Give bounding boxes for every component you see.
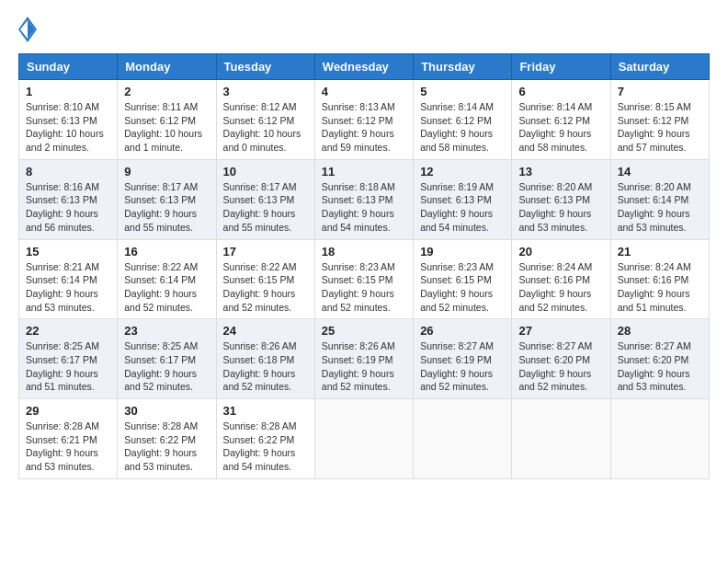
day-info: Sunrise: 8:14 AM Sunset: 6:12 PM Dayligh…	[420, 100, 505, 155]
calendar-cell: 24Sunrise: 8:26 AM Sunset: 6:18 PM Dayli…	[216, 319, 314, 399]
day-info: Sunrise: 8:27 AM Sunset: 6:19 PM Dayligh…	[420, 339, 505, 394]
day-number: 4	[322, 85, 406, 98]
calendar-cell: 9Sunrise: 8:17 AM Sunset: 6:13 PM Daylig…	[118, 159, 216, 239]
calendar-cell	[512, 399, 610, 479]
day-number: 14	[618, 165, 702, 178]
day-number: 31	[223, 404, 308, 418]
day-number: 18	[322, 245, 406, 259]
day-info: Sunrise: 8:21 AM Sunset: 6:14 PM Dayligh…	[26, 260, 110, 315]
day-info: Sunrise: 8:19 AM Sunset: 6:13 PM Dayligh…	[420, 180, 505, 235]
calendar-cell: 10Sunrise: 8:17 AM Sunset: 6:13 PM Dayli…	[216, 159, 314, 239]
day-info: Sunrise: 8:23 AM Sunset: 6:15 PM Dayligh…	[420, 260, 505, 315]
calendar-cell: 15Sunrise: 8:21 AM Sunset: 6:14 PM Dayli…	[19, 239, 118, 319]
day-info: Sunrise: 8:22 AM Sunset: 6:15 PM Dayligh…	[223, 260, 308, 315]
day-info: Sunrise: 8:13 AM Sunset: 6:12 PM Dayligh…	[322, 100, 406, 155]
calendar-cell: 27Sunrise: 8:27 AM Sunset: 6:20 PM Dayli…	[512, 319, 610, 399]
day-number: 11	[322, 165, 406, 178]
col-header-wednesday: Wednesday	[314, 54, 413, 80]
day-number: 1	[26, 85, 110, 98]
calendar-cell: 6Sunrise: 8:14 AM Sunset: 6:12 PM Daylig…	[512, 80, 610, 160]
day-info: Sunrise: 8:11 AM Sunset: 6:12 PM Dayligh…	[124, 100, 209, 155]
calendar-cell: 17Sunrise: 8:22 AM Sunset: 6:15 PM Dayli…	[216, 239, 314, 319]
day-info: Sunrise: 8:25 AM Sunset: 6:17 PM Dayligh…	[26, 339, 110, 394]
calendar-cell: 1Sunrise: 8:10 AM Sunset: 6:13 PM Daylig…	[19, 80, 118, 160]
day-number: 8	[26, 165, 110, 178]
day-info: Sunrise: 8:28 AM Sunset: 6:22 PM Dayligh…	[223, 419, 308, 474]
day-info: Sunrise: 8:26 AM Sunset: 6:19 PM Dayligh…	[322, 339, 406, 394]
col-header-sunday: Sunday	[19, 54, 118, 80]
calendar-week-row: 22Sunrise: 8:25 AM Sunset: 6:17 PM Dayli…	[19, 319, 710, 399]
day-number: 7	[618, 85, 702, 98]
day-number: 25	[322, 324, 406, 338]
day-number: 26	[420, 324, 505, 338]
day-number: 17	[223, 245, 308, 259]
calendar-week-row: 8Sunrise: 8:16 AM Sunset: 6:13 PM Daylig…	[19, 159, 710, 239]
day-info: Sunrise: 8:28 AM Sunset: 6:22 PM Dayligh…	[124, 419, 209, 474]
day-info: Sunrise: 8:18 AM Sunset: 6:13 PM Dayligh…	[322, 180, 406, 235]
day-number: 12	[420, 165, 505, 178]
day-info: Sunrise: 8:23 AM Sunset: 6:15 PM Dayligh…	[322, 260, 406, 315]
day-number: 30	[124, 404, 209, 418]
day-number: 27	[518, 324, 603, 338]
logo	[18, 18, 40, 44]
day-info: Sunrise: 8:22 AM Sunset: 6:14 PM Dayligh…	[124, 260, 209, 315]
calendar-cell	[610, 399, 709, 479]
day-number: 23	[124, 324, 209, 338]
calendar-week-row: 15Sunrise: 8:21 AM Sunset: 6:14 PM Dayli…	[19, 239, 710, 319]
day-info: Sunrise: 8:26 AM Sunset: 6:18 PM Dayligh…	[223, 339, 308, 394]
calendar-cell	[414, 399, 512, 479]
calendar-cell: 16Sunrise: 8:22 AM Sunset: 6:14 PM Dayli…	[118, 239, 216, 319]
calendar-cell: 8Sunrise: 8:16 AM Sunset: 6:13 PM Daylig…	[19, 159, 118, 239]
day-number: 6	[518, 85, 603, 98]
day-info: Sunrise: 8:25 AM Sunset: 6:17 PM Dayligh…	[124, 339, 209, 394]
col-header-thursday: Thursday	[414, 54, 512, 80]
day-number: 10	[223, 165, 308, 178]
calendar-header-row: SundayMondayTuesdayWednesdayThursdayFrid…	[19, 54, 710, 80]
day-number: 29	[26, 404, 110, 418]
day-number: 20	[518, 245, 603, 259]
day-number: 9	[124, 165, 209, 178]
calendar-cell: 29Sunrise: 8:28 AM Sunset: 6:21 PM Dayli…	[19, 399, 118, 479]
calendar-cell	[314, 399, 413, 479]
calendar-cell: 30Sunrise: 8:28 AM Sunset: 6:22 PM Dayli…	[118, 399, 216, 479]
day-number: 28	[618, 324, 702, 338]
col-header-tuesday: Tuesday	[216, 54, 314, 80]
day-number: 13	[518, 165, 603, 178]
calendar-cell: 28Sunrise: 8:27 AM Sunset: 6:20 PM Dayli…	[610, 319, 709, 399]
calendar-cell: 11Sunrise: 8:18 AM Sunset: 6:13 PM Dayli…	[314, 159, 413, 239]
day-number: 3	[223, 85, 308, 98]
calendar-cell: 3Sunrise: 8:12 AM Sunset: 6:12 PM Daylig…	[216, 80, 314, 160]
day-info: Sunrise: 8:12 AM Sunset: 6:12 PM Dayligh…	[223, 100, 308, 155]
day-info: Sunrise: 8:27 AM Sunset: 6:20 PM Dayligh…	[518, 339, 603, 394]
col-header-monday: Monday	[118, 54, 216, 80]
day-info: Sunrise: 8:24 AM Sunset: 6:16 PM Dayligh…	[518, 260, 603, 315]
day-number: 5	[420, 85, 505, 98]
day-number: 24	[223, 324, 308, 338]
calendar-week-row: 29Sunrise: 8:28 AM Sunset: 6:21 PM Dayli…	[19, 399, 710, 479]
calendar-cell: 26Sunrise: 8:27 AM Sunset: 6:19 PM Dayli…	[414, 319, 512, 399]
calendar-cell: 2Sunrise: 8:11 AM Sunset: 6:12 PM Daylig…	[118, 80, 216, 160]
logo-icon	[18, 17, 37, 42]
calendar-cell: 4Sunrise: 8:13 AM Sunset: 6:12 PM Daylig…	[314, 80, 413, 160]
calendar-cell: 31Sunrise: 8:28 AM Sunset: 6:22 PM Dayli…	[216, 399, 314, 479]
calendar-cell: 22Sunrise: 8:25 AM Sunset: 6:17 PM Dayli…	[19, 319, 118, 399]
day-info: Sunrise: 8:15 AM Sunset: 6:12 PM Dayligh…	[618, 100, 702, 155]
day-info: Sunrise: 8:10 AM Sunset: 6:13 PM Dayligh…	[26, 100, 110, 155]
day-info: Sunrise: 8:24 AM Sunset: 6:16 PM Dayligh…	[618, 260, 702, 315]
calendar-cell: 21Sunrise: 8:24 AM Sunset: 6:16 PM Dayli…	[610, 239, 709, 319]
calendar-cell: 5Sunrise: 8:14 AM Sunset: 6:12 PM Daylig…	[414, 80, 512, 160]
day-info: Sunrise: 8:17 AM Sunset: 6:13 PM Dayligh…	[124, 180, 209, 235]
page-header	[18, 18, 710, 44]
day-number: 21	[618, 245, 702, 259]
day-number: 19	[420, 245, 505, 259]
calendar-cell: 7Sunrise: 8:15 AM Sunset: 6:12 PM Daylig…	[610, 80, 709, 160]
calendar-week-row: 1Sunrise: 8:10 AM Sunset: 6:13 PM Daylig…	[19, 80, 710, 160]
calendar-cell: 25Sunrise: 8:26 AM Sunset: 6:19 PM Dayli…	[314, 319, 413, 399]
calendar-cell: 13Sunrise: 8:20 AM Sunset: 6:13 PM Dayli…	[512, 159, 610, 239]
calendar-cell: 14Sunrise: 8:20 AM Sunset: 6:14 PM Dayli…	[610, 159, 709, 239]
day-info: Sunrise: 8:20 AM Sunset: 6:14 PM Dayligh…	[618, 180, 702, 235]
calendar-cell: 20Sunrise: 8:24 AM Sunset: 6:16 PM Dayli…	[512, 239, 610, 319]
calendar-cell: 18Sunrise: 8:23 AM Sunset: 6:15 PM Dayli…	[314, 239, 413, 319]
day-info: Sunrise: 8:20 AM Sunset: 6:13 PM Dayligh…	[518, 180, 603, 235]
calendar-table: SundayMondayTuesdayWednesdayThursdayFrid…	[18, 53, 710, 479]
